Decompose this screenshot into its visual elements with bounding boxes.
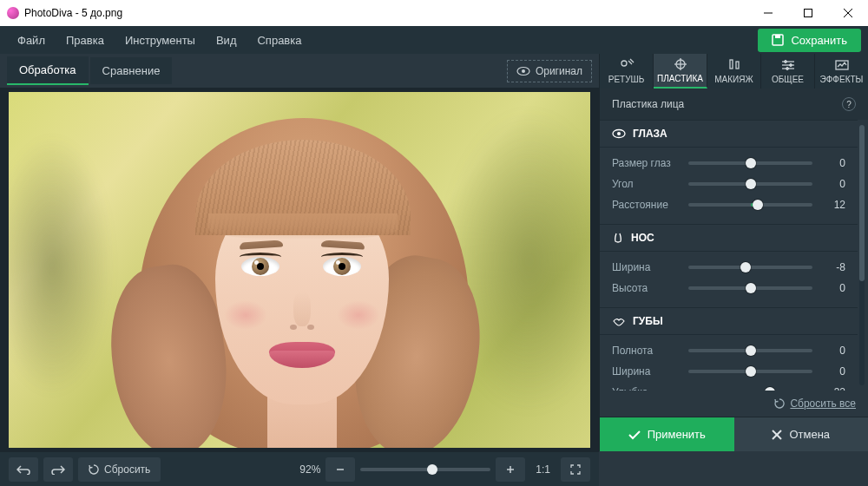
- tab-general[interactable]: ОБЩЕЕ: [761, 54, 815, 89]
- toolrow: Обработка Сравнение Оригинал РЕТУШЬ ПЛАС…: [0, 54, 868, 89]
- slider-track[interactable]: [688, 349, 812, 352]
- zoom-value: 92%: [299, 463, 320, 476]
- sliders-icon: [780, 58, 796, 72]
- fullscreen-button[interactable]: [561, 457, 590, 482]
- section-header-lips[interactable]: ГУБЫ: [600, 307, 858, 335]
- titlebar: PhotoDiva - 5 до.png: [0, 0, 868, 26]
- svg-point-8: [621, 61, 627, 66]
- slider-nose-1[interactable]: Высота0: [612, 278, 845, 299]
- tab-plastic[interactable]: ПЛАСТИКА: [654, 54, 707, 89]
- svg-point-19: [786, 68, 788, 70]
- check-icon: [628, 430, 641, 440]
- reset-icon: [89, 464, 99, 475]
- menubar: Файл Правка Инструменты Вид Справка Сохр…: [0, 26, 868, 54]
- slider-label: Расстояние: [612, 199, 680, 211]
- svg-rect-12: [730, 60, 733, 69]
- slider-track[interactable]: [688, 266, 812, 269]
- tab-compare[interactable]: Сравнение: [90, 57, 173, 84]
- tab-effects[interactable]: ЭФФЕКТЫ: [815, 54, 868, 89]
- plastic-icon: [673, 57, 688, 71]
- menu-tools[interactable]: Инструменты: [115, 29, 206, 52]
- maximize-button[interactable]: [788, 0, 828, 26]
- slider-track[interactable]: [688, 203, 812, 207]
- zoom-slider[interactable]: [360, 468, 490, 471]
- slider-value: 0: [821, 345, 845, 357]
- undo-button[interactable]: [9, 457, 38, 482]
- menu-file[interactable]: Файл: [7, 29, 56, 52]
- slider-label: Полнота: [612, 345, 680, 357]
- slider-nose-0[interactable]: Ширина-8: [612, 257, 845, 278]
- slider-lips-0[interactable]: Полнота0: [612, 340, 845, 361]
- slider-label: Ширина: [612, 365, 680, 378]
- slider-value: 12: [821, 199, 845, 211]
- slider-value: 0: [821, 282, 845, 294]
- statusbar: Сбросить 92% 1:1: [0, 451, 599, 486]
- svg-point-22: [617, 132, 621, 135]
- slider-value: -8: [821, 261, 845, 273]
- redo-button[interactable]: [43, 457, 73, 482]
- reset-button[interactable]: Сбросить: [78, 457, 161, 482]
- original-toggle[interactable]: Оригинал: [507, 60, 592, 82]
- slider-value: 32: [821, 386, 845, 391]
- tab-edit[interactable]: Обработка: [7, 56, 89, 85]
- slider-label: Высота: [612, 282, 680, 294]
- slider-lips-2[interactable]: Улыбка32: [612, 382, 845, 391]
- slider-eyes-0[interactable]: Размер глаз0: [612, 153, 845, 174]
- tab-retouch[interactable]: РЕТУШЬ: [600, 54, 654, 89]
- fit-button[interactable]: 1:1: [530, 463, 556, 476]
- slider-label: Ширина: [612, 261, 680, 273]
- slider-track[interactable]: [688, 370, 812, 373]
- x-icon: [772, 430, 782, 440]
- slider-value: 0: [821, 178, 845, 190]
- slider-track[interactable]: [688, 161, 812, 165]
- effects-icon: [834, 58, 850, 72]
- side-panel: Пластика лица ? ГЛАЗАРазмер глаз0Угол0Ра…: [599, 89, 868, 451]
- scrollbar-thumb[interactable]: [859, 125, 865, 281]
- menu-edit[interactable]: Правка: [56, 29, 115, 52]
- svg-rect-5: [775, 35, 780, 38]
- section-header-eyes[interactable]: ГЛАЗА: [600, 120, 858, 148]
- menu-help[interactable]: Справка: [247, 29, 312, 52]
- slider-track[interactable]: [688, 182, 812, 186]
- app-logo-icon: [7, 7, 19, 19]
- save-label: Сохранить: [791, 34, 847, 47]
- zoom-in-button[interactable]: [496, 457, 525, 482]
- panel-title: Пластика лица: [612, 98, 684, 110]
- eye-icon: [516, 66, 530, 76]
- slider-eyes-1[interactable]: Угол0: [612, 174, 845, 194]
- makeup-icon: [727, 58, 742, 72]
- close-button[interactable]: [828, 0, 868, 26]
- slider-lips-1[interactable]: Ширина0: [612, 361, 845, 382]
- slider-label: Угол: [612, 178, 680, 190]
- window-title: PhotoDiva - 5 до.png: [24, 7, 748, 19]
- slider-eyes-2[interactable]: Расстояние12: [612, 194, 845, 215]
- slider-label: Размер глаз: [612, 157, 680, 169]
- slider-value: 0: [821, 157, 845, 169]
- menu-view[interactable]: Вид: [206, 29, 247, 52]
- reset-icon: [774, 398, 785, 409]
- section-header-nose[interactable]: НОС: [600, 224, 858, 252]
- save-icon: [772, 34, 784, 46]
- reset-all-link[interactable]: Сбросить все: [600, 391, 868, 417]
- save-button[interactable]: Сохранить: [758, 29, 861, 52]
- photo-preview: [9, 92, 590, 448]
- svg-rect-1: [805, 10, 812, 17]
- zoom-out-button[interactable]: [326, 457, 355, 482]
- help-button[interactable]: ?: [842, 97, 856, 111]
- nose-icon: [612, 232, 624, 244]
- retouch-icon: [619, 58, 635, 72]
- minimize-button[interactable]: [748, 0, 788, 26]
- svg-point-18: [789, 64, 792, 67]
- svg-rect-13: [736, 62, 739, 69]
- svg-point-7: [522, 69, 525, 73]
- slider-label: Улыбка: [612, 386, 680, 391]
- apply-button[interactable]: Применить: [600, 417, 734, 451]
- eyes-icon: [612, 128, 626, 139]
- cancel-button[interactable]: Отмена: [734, 417, 869, 451]
- slider-value: 0: [821, 365, 845, 378]
- svg-point-17: [784, 61, 786, 63]
- lips-icon: [612, 316, 626, 326]
- canvas[interactable]: [0, 89, 599, 451]
- slider-track[interactable]: [688, 286, 812, 290]
- tab-makeup[interactable]: МАКИЯЖ: [707, 54, 761, 89]
